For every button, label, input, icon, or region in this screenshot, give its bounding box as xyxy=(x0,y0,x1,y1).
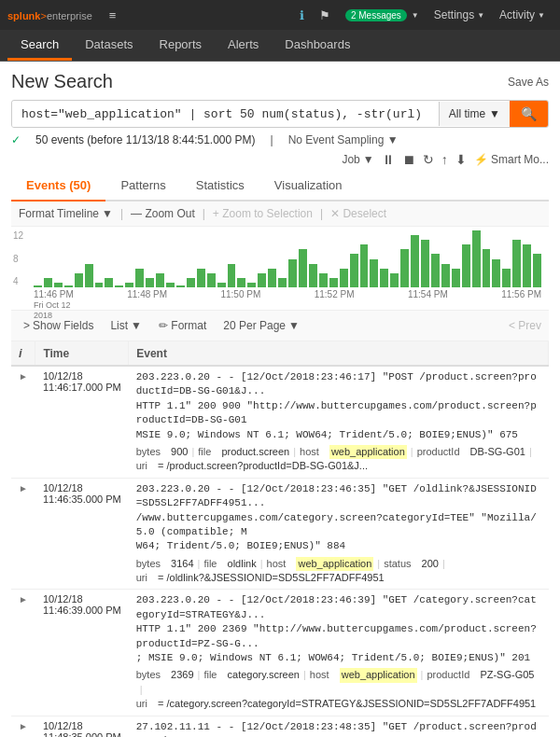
search-input[interactable] xyxy=(12,102,439,127)
nav-activity[interactable]: Activity ▼ xyxy=(492,8,553,21)
chart-bar-5[interactable] xyxy=(85,264,93,287)
secnav-search[interactable]: Search xyxy=(7,30,72,61)
chart-bar-40[interactable] xyxy=(441,264,450,287)
expand-icon[interactable]: ► xyxy=(19,371,28,382)
expand-icon[interactable]: ► xyxy=(19,721,28,731)
chart-bar-38[interactable] xyxy=(421,240,429,287)
chart-bar-17[interactable] xyxy=(207,273,216,287)
tab-statistics[interactable]: Statistics xyxy=(181,171,259,202)
nav-info-icon[interactable]: ℹ xyxy=(292,8,312,22)
chart-bar-20[interactable] xyxy=(237,278,245,287)
nav-messages[interactable]: 2 Messages ▼ xyxy=(338,9,427,21)
nav-settings[interactable]: Settings ▼ xyxy=(427,8,492,21)
chart-bar-4[interactable] xyxy=(75,273,83,287)
secnav-dashboards[interactable]: Dashboards xyxy=(272,30,363,61)
secnav-alerts[interactable]: Alerts xyxy=(215,30,272,61)
field-sep: | xyxy=(377,557,380,571)
chart-bar-34[interactable] xyxy=(380,269,388,287)
chart-bar-47[interactable] xyxy=(512,240,521,287)
chart-bar-2[interactable] xyxy=(54,283,63,287)
pause-icon[interactable]: ⏸ xyxy=(382,152,395,167)
chart-bar-46[interactable] xyxy=(502,269,511,287)
chart-bar-8[interactable] xyxy=(115,285,123,287)
save-as-button[interactable]: Save As xyxy=(508,76,549,89)
chart-bar-44[interactable] xyxy=(483,249,491,287)
table-row: ►10/12/1811:46:39.000 PM203.223.0.20 - -… xyxy=(11,590,549,716)
format-timeline-btn[interactable]: Format Timeline ▼ xyxy=(19,207,113,220)
show-fields-label: Show Fields xyxy=(33,319,93,332)
chart-bar-31[interactable] xyxy=(350,254,358,287)
chart-bar-13[interactable] xyxy=(166,283,175,287)
chart-bar-30[interactable] xyxy=(340,269,348,287)
chart-bar-19[interactable] xyxy=(228,264,236,287)
chart-bar-9[interactable] xyxy=(125,283,133,287)
chart-bar-7[interactable] xyxy=(105,278,113,287)
tab-visualization[interactable]: Visualization xyxy=(259,171,357,202)
tab-events[interactable]: Events (50) xyxy=(11,171,105,202)
chart-bar-0[interactable] xyxy=(34,285,42,287)
chart-bar-41[interactable] xyxy=(452,269,460,287)
chart-bar-33[interactable] xyxy=(370,259,378,288)
chart-bar-39[interactable] xyxy=(431,254,440,287)
nav-flag-icon[interactable]: ⚑ xyxy=(312,8,338,22)
chart-bars[interactable] xyxy=(34,227,541,287)
field-value: 2369 xyxy=(171,668,193,682)
chart-bar-43[interactable] xyxy=(472,230,481,287)
chart-bar-48[interactable] xyxy=(523,244,531,287)
chart-bar-10[interactable] xyxy=(135,269,144,287)
refresh-icon[interactable]: ↻ xyxy=(423,152,434,167)
x-label-3: 11:50 PM xyxy=(220,289,260,320)
field-equals xyxy=(151,459,154,473)
chart-bar-16[interactable] xyxy=(197,269,205,287)
chart-bar-36[interactable] xyxy=(400,249,409,287)
chart-bar-23[interactable] xyxy=(268,269,276,287)
chart-bar-29[interactable] xyxy=(329,278,338,287)
chart-bar-21[interactable] xyxy=(247,283,256,287)
chart-bar-11[interactable] xyxy=(146,278,154,287)
chart-bar-18[interactable] xyxy=(217,283,226,287)
chart-bar-15[interactable] xyxy=(187,278,195,287)
expand-icon[interactable]: ► xyxy=(19,594,28,605)
chart-bar-32[interactable] xyxy=(360,244,369,287)
event-fields: bytes 2369|file category.screen|host web… xyxy=(136,668,541,711)
chart-bar-28[interactable] xyxy=(319,273,328,287)
expand-icon[interactable]: ► xyxy=(19,483,28,494)
timeline-chart: 12 8 4 11:46 PMFri Oct 122018 11:48 PM 1… xyxy=(11,227,549,311)
chart-bar-1[interactable] xyxy=(44,278,52,287)
chart-bar-49[interactable] xyxy=(533,254,541,287)
chart-bar-14[interactable] xyxy=(176,285,185,287)
export-icon[interactable]: ⬇ xyxy=(455,152,467,167)
time-range-picker[interactable]: All time ▼ xyxy=(439,102,510,126)
chart-bar-42[interactable] xyxy=(462,244,470,287)
chart-bar-3[interactable] xyxy=(64,285,73,287)
search-go-button[interactable]: 🔍 xyxy=(510,101,548,127)
chart-bar-24[interactable] xyxy=(278,278,287,287)
chart-bar-12[interactable] xyxy=(156,273,164,287)
expand-cell[interactable]: ► xyxy=(11,366,35,478)
share-icon[interactable]: ↑ xyxy=(441,152,448,167)
expand-cell[interactable]: ► xyxy=(11,478,35,590)
field-item: uri = /product.screen?productId=DB-SG-G0… xyxy=(136,459,368,473)
tab-patterns[interactable]: Patterns xyxy=(105,171,180,202)
chart-bar-26[interactable] xyxy=(299,249,307,287)
chart-bar-37[interactable] xyxy=(411,235,419,287)
no-sampling-btn[interactable]: No Event Sampling ▼ xyxy=(288,133,399,146)
chart-bar-35[interactable] xyxy=(390,273,399,287)
zoom-out-btn[interactable]: — Zoom Out xyxy=(131,207,195,220)
secnav-datasets[interactable]: Datasets xyxy=(72,30,146,61)
chart-bar-25[interactable] xyxy=(288,259,297,288)
smart-mode-icon: ⚡ xyxy=(474,153,488,166)
secnav-reports[interactable]: Reports xyxy=(147,30,216,61)
timeline-sep1: | xyxy=(120,207,123,220)
smart-mode-btn[interactable]: ⚡ Smart Mo... xyxy=(474,153,549,166)
expand-cell[interactable]: ► xyxy=(11,716,35,737)
chart-bar-27[interactable] xyxy=(309,264,317,287)
chart-bar-6[interactable] xyxy=(95,283,104,287)
expand-cell[interactable]: ► xyxy=(11,590,35,716)
nav-icon-menu[interactable]: ≡ xyxy=(102,8,124,22)
stop-icon[interactable]: ⏹ xyxy=(402,152,415,167)
chart-bar-45[interactable] xyxy=(492,259,500,288)
job-button[interactable]: Job ▼ xyxy=(342,153,373,166)
chart-bar-22[interactable] xyxy=(258,273,266,287)
result-tabs: Events (50) Patterns Statistics Visualiz… xyxy=(11,171,549,202)
